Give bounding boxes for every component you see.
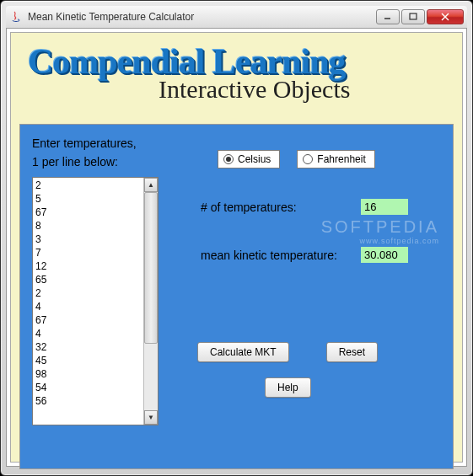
help-button[interactable]: Help	[265, 377, 311, 398]
java-icon	[9, 10, 23, 24]
window-frame: Mean Kinetic Temperature Calculator Comp…	[0, 0, 473, 476]
svg-rect-1	[410, 13, 417, 19]
fahrenheit-label: Fahrenheit	[317, 153, 365, 165]
fahrenheit-radio[interactable]: Fahrenheit	[297, 150, 374, 168]
header-logo: Compendial Learning Interactive Objects	[11, 33, 462, 117]
logo-line2: Interactive Objects	[159, 75, 445, 104]
radio-icon	[303, 154, 313, 164]
mkt-value: 30.080	[361, 247, 408, 263]
scroll-track[interactable]	[144, 192, 158, 410]
content-panel: Compendial Learning Interactive Objects …	[10, 32, 463, 463]
client-area: Compendial Learning Interactive Objects …	[6, 28, 467, 467]
close-button[interactable]	[427, 9, 464, 24]
calculate-button[interactable]: Calculate MKT	[197, 342, 289, 362]
window-buttons	[376, 9, 464, 24]
temperatures-input-wrap: ▲ ▼	[32, 177, 159, 425]
main-panel: Enter temperatures, 1 per line below: ▲ …	[19, 124, 454, 469]
count-value: 16	[361, 199, 408, 215]
mkt-label: mean kinetic temperature:	[201, 249, 361, 262]
celsius-label: Celsius	[238, 153, 271, 165]
window-title: Mean Kinetic Temperature Calculator	[28, 11, 376, 23]
maximize-button[interactable]	[401, 9, 425, 24]
scroll-down-button[interactable]: ▼	[144, 410, 158, 425]
temperatures-input[interactable]	[33, 178, 143, 425]
count-label: # of temperatures:	[201, 201, 361, 214]
scroll-thumb[interactable]	[144, 192, 158, 344]
radio-icon	[223, 154, 234, 164]
scrollbar[interactable]: ▲ ▼	[143, 178, 158, 425]
prompt-line1: Enter temperatures,	[32, 136, 441, 150]
minimize-button[interactable]	[376, 9, 400, 24]
celsius-radio[interactable]: Celsius	[218, 150, 280, 168]
scroll-up-button[interactable]: ▲	[144, 178, 158, 192]
reset-button[interactable]: Reset	[326, 342, 378, 362]
titlebar[interactable]: Mean Kinetic Temperature Calculator	[6, 6, 467, 28]
